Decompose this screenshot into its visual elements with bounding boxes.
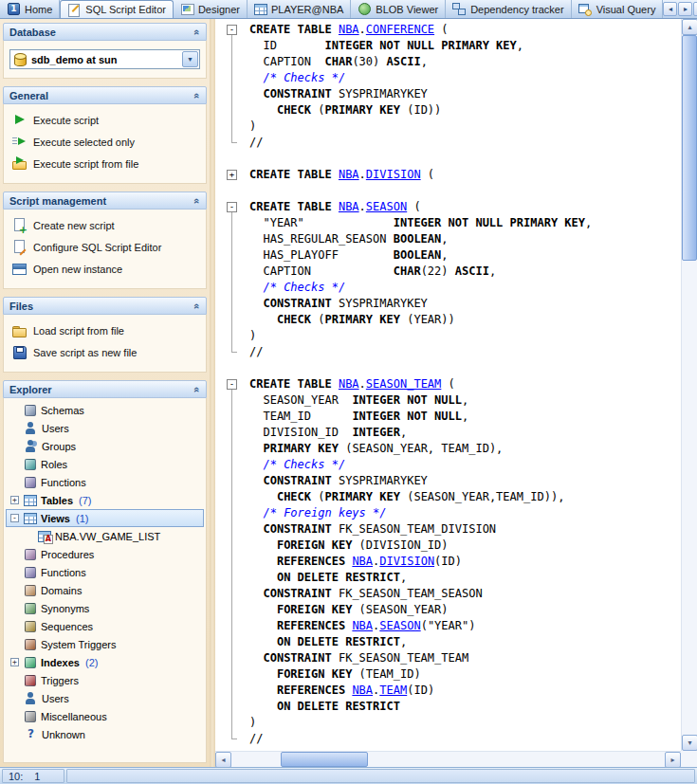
code-line[interactable]: ) [215,328,681,344]
code-line[interactable]: // [215,344,681,360]
horizontal-scrollbar[interactable]: ◂ ▸ [215,751,681,767]
code-line[interactable]: HAS_REGULAR_SEASON BOOLEAN, [215,231,681,247]
code-line[interactable]: SEASON_YEAR INTEGER NOT NULL, [215,392,681,409]
collapse-chevron-icon[interactable] [194,384,200,395]
tab-sql-script-editor[interactable]: SQL Script Editor [60,0,174,18]
fold-collapse-icon[interactable]: - [227,202,237,212]
close-tab-button[interactable]: × [693,2,697,16]
tree-item-functions[interactable]: Functions [6,563,204,581]
code-line[interactable]: ) [215,119,681,135]
code-line[interactable]: CONSTRAINT FK_SEASON_TEAM_DIVISION [215,521,681,538]
tab-visual-query[interactable]: Visual Query [572,0,664,18]
combo-dropdown-button[interactable]: ▼ [182,51,198,67]
code-line[interactable]: PRIMARY KEY (SEASON_YEAR, TEAM_ID), [215,441,681,457]
collapse-chevron-icon[interactable] [194,27,200,38]
database-combo[interactable]: sdb_demo at sun ▼ [9,49,200,69]
code-line[interactable]: HAS_PLAYOFF BOOLEAN, [215,247,681,264]
tree-item-unknown[interactable]: Unknown [6,725,204,743]
code-line[interactable]: // [215,135,681,151]
code-line[interactable]: CONSTRAINT FK_SEASON_TEAM_TEAM [215,650,681,666]
code-line[interactable] [215,183,681,199]
code-line[interactable]: TEAM_ID INTEGER NOT NULL, [215,409,681,425]
code-line[interactable]: ON DELETE RESTRICT [215,699,681,715]
code-line[interactable] [215,151,681,167]
action-load-script-from-file[interactable]: Load script from file [4,319,206,341]
code-line[interactable]: FOREIGN KEY (TEAM_ID) [215,666,681,683]
vertical-scroll-thumb[interactable] [682,35,697,261]
code-line[interactable]: FOREIGN KEY (SEASON_YEAR) [215,602,681,618]
tab-player-nba[interactable]: PLAYER@NBA [248,0,351,18]
code-line[interactable]: /* Foreign keys */ [215,505,681,521]
tree-item-indexes[interactable]: +Indexes(2) [6,653,204,671]
code-line[interactable]: -CREATE TABLE NBA.CONFERENCE ( [215,22,681,38]
action-execute-script[interactable]: Execute script [4,109,206,131]
code-line[interactable]: ON DELETE RESTRICT, [215,634,681,650]
code-line[interactable]: CHECK (PRIMARY KEY (YEAR)) [215,312,681,328]
panel-header-explorer[interactable]: Explorer [3,380,207,398]
code-line[interactable]: CHECK (PRIMARY KEY (ID)) [215,102,681,119]
scroll-left-button[interactable]: ◂ [215,752,231,768]
action-execute-selected-only[interactable]: Execute selected only [4,131,206,153]
code-line[interactable]: CONSTRAINT SYSPRIMARYKEY [215,296,681,312]
expand-box-icon[interactable]: + [10,658,19,666]
code-line[interactable]: ID INTEGER NOT NULL PRIMARY KEY, [215,38,681,54]
tree-item-functions[interactable]: Functions [6,473,204,491]
code-line[interactable]: /* Checks */ [215,457,681,473]
action-save-script-as-new-file[interactable]: Save script as new file [4,341,206,363]
code-line[interactable]: /* Checks */ [215,280,681,296]
code-line[interactable]: CONSTRAINT SYSPRIMARYKEY [215,86,681,102]
scroll-up-button[interactable]: ▴ [682,19,697,35]
tree-item-users[interactable]: Users [6,689,204,707]
tab-scroll-right-button[interactable]: ▸ [678,2,692,16]
code-line[interactable]: /* Checks */ [215,70,681,86]
tree-item-system-triggers[interactable]: System Triggers [6,635,204,653]
tree-item-roles[interactable]: Roles [6,455,204,473]
code-line[interactable]: REFERENCES NBA.TEAM(ID) [215,683,681,699]
code-line[interactable]: REFERENCES NBA.SEASON("YEAR") [215,618,681,634]
vertical-scrollbar[interactable]: ▴ ▾ [681,19,697,751]
tree-item-users[interactable]: Users [6,419,204,437]
tab-designer[interactable]: Designer [174,0,248,18]
scroll-down-button[interactable]: ▾ [682,735,697,751]
action-create-new-script[interactable]: Create new script [4,214,206,236]
fold-expand-icon[interactable]: + [227,170,237,180]
horizontal-scroll-track[interactable] [231,752,665,767]
tree-item-schemas[interactable]: Schemas [6,401,204,419]
tree-item-tables[interactable]: +Tables(7) [6,491,204,509]
code-line[interactable]: REFERENCES NBA.DIVISION(ID) [215,554,681,570]
panel-header-general[interactable]: General [3,86,207,104]
code-line[interactable] [215,360,681,376]
code-line[interactable]: CONSTRAINT FK_SEASON_TEAM_SEASON [215,586,681,602]
code-line[interactable]: ON DELETE RESTRICT, [215,570,681,586]
code-line[interactable]: -CREATE TABLE NBA.SEASON ( [215,199,681,215]
code-line[interactable]: "YEAR" INTEGER NOT NULL PRIMARY KEY, [215,215,681,231]
tree-item-synonyms[interactable]: Synonyms [6,599,204,617]
tree-item-sequences[interactable]: Sequences [6,617,204,635]
tab-blob-viewer[interactable]: BLOB Viewer [351,0,446,18]
action-execute-script-from-file[interactable]: Execute script from file [4,153,206,174]
tab-scroll-left-button[interactable]: ◂ [663,2,677,16]
panel-header-database[interactable]: Database [3,23,207,41]
tree-item-nba-vw-game-list[interactable]: NBA.VW_GAME_LIST [6,527,204,545]
fold-collapse-icon[interactable]: - [227,25,237,35]
tree-item-groups[interactable]: Groups [6,437,204,455]
action-open-new-instance[interactable]: Open new instance [4,258,206,280]
code-line[interactable]: DIVISION_ID INTEGER, [215,425,681,441]
tab-dependency-tracker[interactable]: Dependency tracker [446,0,571,18]
collapse-chevron-icon[interactable] [194,301,200,312]
code-line[interactable]: // [215,731,681,747]
tree-item-views[interactable]: -Views(1) [6,509,204,527]
code-line[interactable]: +CREATE TABLE NBA.DIVISION ( [215,167,681,183]
code-line[interactable]: -CREATE TABLE NBA.SEASON_TEAM ( [215,376,681,392]
expand-box-icon[interactable]: + [10,496,19,504]
action-configure-sql-script-editor[interactable]: Configure SQL Script Editor [4,236,206,258]
collapse-box-icon[interactable]: - [10,514,19,522]
code-line[interactable]: CAPTION CHAR(22) ASCII, [215,264,681,280]
tree-item-domains[interactable]: Domains [6,581,204,599]
vertical-scroll-track[interactable] [682,35,697,735]
code-line[interactable]: CONSTRAINT SYSPRIMARYKEY [215,473,681,489]
panel-header-files[interactable]: Files [3,297,207,315]
tree-item-procedures[interactable]: Procedures [6,545,204,563]
collapse-chevron-icon[interactable] [194,90,200,101]
scroll-right-button[interactable]: ▸ [665,752,681,768]
